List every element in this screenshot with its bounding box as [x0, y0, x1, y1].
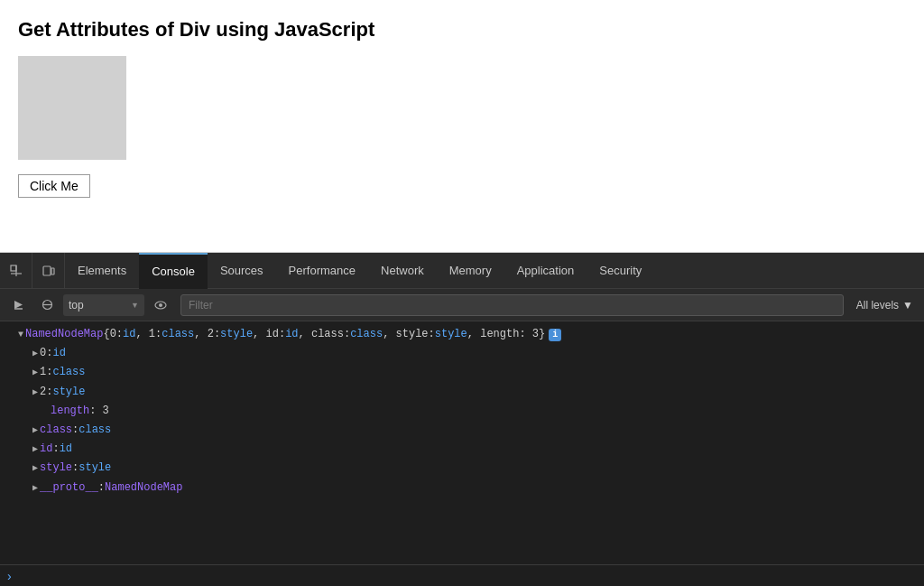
console-line-0[interactable]: ▼ NamedNodeMap {0: id , 1: class , 2: st…	[0, 325, 924, 344]
context-label: top	[69, 299, 127, 312]
expand-arrow-6[interactable]: ▶	[32, 442, 38, 457]
log-level-label: All levels	[856, 299, 899, 312]
console-line-4: length : 3	[0, 402, 924, 421]
console-line-1[interactable]: ▶ 0: id	[0, 344, 924, 363]
inspect-element-icon[interactable]	[0, 253, 32, 289]
expand-arrow-5[interactable]: ▶	[32, 423, 38, 438]
console-text-0: NamedNodeMap	[25, 326, 103, 343]
clear-console-icon[interactable]	[34, 293, 60, 318]
svg-rect-0	[11, 265, 16, 271]
expand-arrow-0[interactable]: ▼	[18, 328, 23, 342]
context-selector[interactable]: top ▼	[63, 294, 144, 316]
tab-network[interactable]: Network	[368, 253, 437, 289]
tab-security[interactable]: Security	[587, 253, 654, 289]
page-title: Get Attributes of Div using JavaScript	[18, 18, 906, 42]
svg-point-10	[159, 303, 162, 307]
expand-arrow-2[interactable]: ▶	[32, 366, 38, 380]
tab-memory[interactable]: Memory	[437, 253, 504, 289]
console-line-8[interactable]: ▶ __proto__ : NamedNodeMap	[0, 479, 924, 498]
tab-performance[interactable]: Performance	[276, 253, 368, 289]
console-filter-input[interactable]	[180, 294, 844, 316]
svg-marker-5	[14, 301, 23, 309]
console-line-2[interactable]: ▶ 1: class	[0, 363, 924, 382]
prompt-arrow-icon: ›	[7, 569, 12, 583]
placeholder-image	[18, 56, 126, 160]
expand-arrow-3[interactable]: ▶	[32, 386, 38, 400]
console-line-6[interactable]: ▶ id : id	[0, 440, 924, 459]
tab-sources[interactable]: Sources	[208, 253, 276, 289]
page-area: Get Attributes of Div using JavaScript C…	[0, 0, 924, 253]
console-line-3[interactable]: ▶ 2: style	[0, 383, 924, 402]
devtools-tab-bar: Elements Console Sources Performance Net…	[0, 253, 924, 289]
execute-script-icon[interactable]	[5, 293, 31, 318]
console-output: ▼ NamedNodeMap {0: id , 1: class , 2: st…	[0, 321, 924, 564]
tab-application[interactable]: Application	[504, 253, 587, 289]
expand-arrow-1[interactable]: ▶	[32, 347, 38, 361]
svg-rect-4	[51, 268, 54, 274]
info-badge: i	[549, 329, 561, 341]
console-toolbar: top ▼ All levels ▼	[0, 289, 924, 321]
tab-elements[interactable]: Elements	[65, 253, 139, 289]
log-level-dropdown[interactable]: All levels ▼	[851, 294, 919, 316]
devtools-panel: Elements Console Sources Performance Net…	[0, 253, 924, 586]
click-me-button[interactable]: Click Me	[18, 174, 90, 198]
context-dropdown-arrow: ▼	[131, 301, 139, 310]
expand-arrow-7[interactable]: ▶	[32, 461, 38, 476]
console-line-5[interactable]: ▶ class : class	[0, 421, 924, 440]
eye-icon[interactable]	[148, 293, 173, 318]
tab-console[interactable]: Console	[139, 253, 208, 289]
device-toggle-icon[interactable]	[32, 253, 65, 289]
console-prompt-bar[interactable]: ›	[0, 564, 924, 586]
expand-arrow-8[interactable]: ▶	[32, 481, 38, 496]
svg-rect-3	[43, 266, 51, 275]
log-level-arrow: ▼	[902, 299, 913, 312]
console-line-7[interactable]: ▶ style : style	[0, 459, 924, 478]
